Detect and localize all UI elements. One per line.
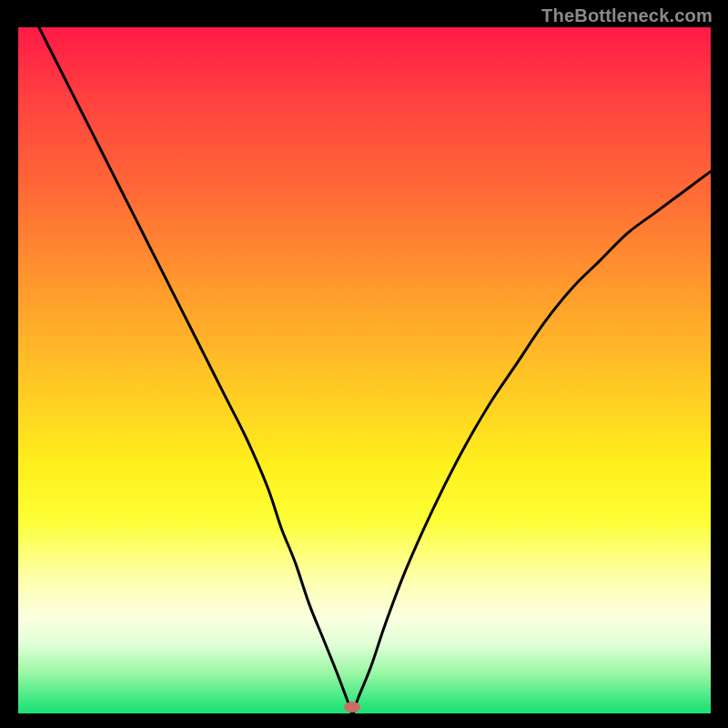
watermark: TheBottleneck.com: [541, 5, 713, 26]
optimal-point-marker: [344, 702, 360, 713]
chart-container: TheBottleneck.com: [0, 0, 728, 728]
plot-area: [18, 27, 711, 713]
